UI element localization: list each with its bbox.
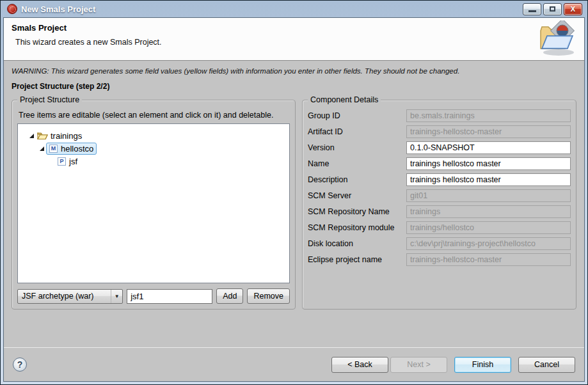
archetype-select[interactable]: JSF archetype (war) ▼ (17, 289, 123, 304)
field-row: Version (308, 141, 571, 154)
expander-icon[interactable] (27, 131, 36, 140)
window-title: New Smals Project (21, 4, 523, 14)
back-button[interactable]: < Back (331, 357, 388, 373)
button-bar: ? < Back Next > Finish Cancel (4, 348, 584, 381)
field-row: Artifact ID (308, 125, 571, 138)
step-label: Project Structure (step 2/2) (12, 82, 576, 91)
field-row: Disk location (308, 237, 571, 250)
wizard-page-body: WARNING: This wizard generates some fiel… (4, 61, 584, 347)
field-row: SCM Repository module (308, 221, 571, 234)
new-item-name-input[interactable] (127, 289, 212, 304)
help-button[interactable]: ? (13, 358, 27, 372)
maximize-button[interactable] (543, 3, 562, 15)
tree-item-trainings[interactable]: trainings (22, 129, 287, 142)
version-field[interactable] (406, 141, 571, 154)
tree-item-label: jsf (69, 157, 77, 166)
eclipse-project-name-label: Eclipse project name (308, 255, 406, 264)
tree-item-label: trainings (51, 131, 82, 141)
next-button: Next > (390, 357, 447, 373)
artifact-id-label: Artifact ID (308, 127, 406, 136)
tree-item-label: hellostco (61, 144, 93, 153)
chevron-down-icon[interactable]: ▼ (111, 290, 122, 303)
scm-repo-module-field (406, 221, 571, 234)
field-row: SCM Repository Name (308, 205, 571, 218)
question-mark-icon: ? (17, 359, 23, 370)
finish-button[interactable]: Finish (454, 357, 511, 373)
remove-button[interactable]: Remove (247, 288, 290, 304)
cancel-button[interactable]: Cancel (518, 357, 575, 373)
field-row: Name (308, 157, 571, 170)
close-icon: X (571, 5, 575, 13)
name-field[interactable] (406, 157, 571, 170)
version-label: Version (308, 143, 406, 152)
smals-logo-icon (7, 4, 17, 14)
scm-repo-name-label: SCM Repository Name (308, 207, 406, 216)
open-folder-icon (37, 131, 48, 140)
maximize-icon (550, 6, 555, 12)
wizard-banner: Smals Project This wizard creates a new … (4, 18, 584, 61)
minimize-button[interactable] (523, 3, 541, 15)
project-structure-group-title: Project Structure (17, 95, 82, 104)
archetype-select-value: JSF archetype (war) (18, 292, 111, 301)
tree-hint-text: Tree items are editable (select an eleme… (19, 111, 290, 120)
scm-repo-module-label: SCM Repository module (308, 223, 406, 232)
description-label: Description (308, 175, 406, 184)
maven-module-icon: M (49, 145, 58, 153)
new-project-folder-icon (536, 20, 576, 58)
scm-repo-name-field (406, 205, 571, 218)
eclipse-project-name-field (406, 253, 571, 266)
selected-tree-item[interactable]: M hellostco (46, 143, 97, 155)
disk-location-field (406, 237, 571, 250)
component-details-group: Component Details Group ID Artifact ID V… (302, 100, 576, 310)
warning-text: WARNING: This wizard generates some fiel… (12, 67, 576, 75)
disk-location-label: Disk location (308, 239, 406, 248)
close-button[interactable]: X (564, 3, 582, 15)
field-row: Description (308, 173, 571, 186)
expander-icon[interactable] (37, 144, 46, 153)
scm-server-label: SCM Server (308, 191, 406, 200)
scm-server-field (406, 189, 571, 202)
name-label: Name (308, 159, 406, 168)
wizard-dialog: New Smals Project X Smals Project This w… (0, 0, 588, 385)
project-structure-group: Project Structure Tree items are editabl… (12, 100, 296, 310)
field-row: Eclipse project name (308, 253, 571, 266)
description-field[interactable] (406, 173, 571, 186)
artifact-id-field (406, 125, 571, 138)
dialog-client-area: Smals Project This wizard creates a new … (3, 17, 585, 382)
project-tree[interactable]: trainings M hellostco (17, 123, 290, 283)
page-subtitle: This wizard creates a new Smals Project. (15, 38, 584, 47)
field-row: Group ID (308, 109, 571, 122)
tree-item-jsf[interactable]: P jsf (22, 155, 287, 168)
tree-item-hellostco[interactable]: M hellostco (22, 142, 287, 155)
field-row: SCM Server (308, 189, 571, 202)
add-button[interactable]: Add (216, 288, 243, 304)
page-title: Smals Project (12, 23, 584, 33)
group-id-field (406, 109, 571, 122)
minimize-icon (528, 10, 536, 12)
project-icon: P (58, 157, 66, 166)
component-details-group-title: Component Details (308, 95, 381, 104)
group-id-label: Group ID (308, 111, 406, 120)
title-bar[interactable]: New Smals Project X (3, 1, 585, 17)
